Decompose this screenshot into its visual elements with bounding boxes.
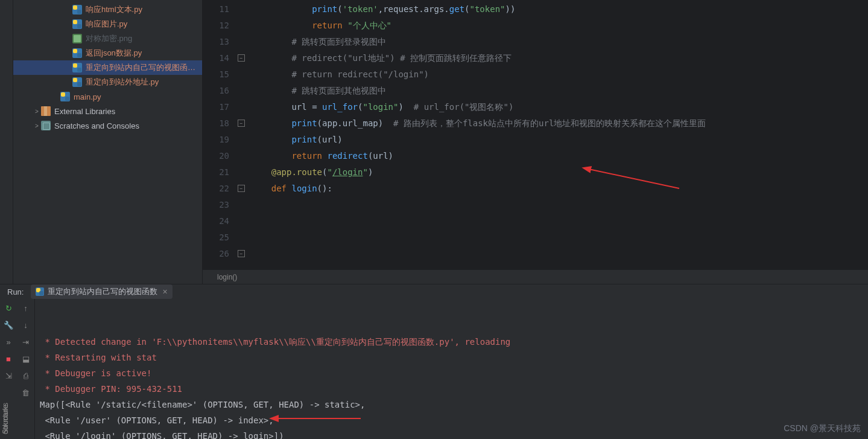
run-body: ↻ 🔧 » ■ ⇲ ↑ ↓ ⇥ ⬓ ⎙ 🗑 * Detected change …: [0, 299, 868, 439]
console-line: * Debugger is active!: [40, 365, 863, 381]
tree-item[interactable]: 对称加密.png: [13, 31, 202, 46]
python-icon: [60, 92, 70, 101]
console-line: * Detected change in 'F:\\pythonitems\\m…: [40, 334, 863, 350]
console-line: <Rule '/login' (OPTIONS, GET, HEAD) -> l…: [40, 428, 863, 439]
project-tree[interactable]: 响应html文本.py响应图片.py对称加密.png返回json数据.py重定向…: [13, 0, 203, 284]
trash-icon[interactable]: 🗑: [21, 387, 31, 398]
tree-label: 重定向到站内自己写的视图函数.py: [86, 62, 202, 73]
tree-label: 响应图片.py: [86, 19, 202, 30]
tree-item[interactable]: >Scratches and Consoles: [13, 118, 202, 133]
python-icon: [72, 19, 82, 29]
chevron-right-icon: >: [33, 123, 41, 129]
stop-icon[interactable]: ■: [3, 353, 14, 364]
code-lines[interactable]: print('token',request.args.get("token"))…: [251, 1, 868, 269]
tree-item[interactable]: 响应html文本.py: [13, 2, 202, 17]
breadcrumb-bar[interactable]: login(): [203, 269, 868, 284]
run-panel: Run: 重定向到站内自己写的视图函数 × ↻ 🔧 » ■ ⇲ ↑ ↓ ⇥ ⬓ …: [0, 284, 868, 439]
fold-column[interactable]: −−−−: [238, 1, 251, 269]
down-icon[interactable]: ↓: [21, 319, 31, 330]
python-icon: [36, 287, 44, 296]
image-icon: [72, 34, 82, 43]
tree-item[interactable]: 响应图片.py: [13, 17, 202, 31]
fold-toggle-icon[interactable]: −: [238, 250, 245, 257]
filter-icon[interactable]: »: [3, 336, 14, 347]
tree-label: main.py: [74, 92, 202, 101]
line-number-gutter: 11121314151617181920212223242526: [203, 1, 238, 269]
editor[interactable]: 11121314151617181920212223242526 −−−− pr…: [203, 0, 868, 284]
fold-toggle-icon[interactable]: −: [238, 120, 245, 127]
python-icon: [72, 63, 82, 72]
wrench-icon[interactable]: 🔧: [3, 319, 14, 330]
fold-toggle-icon[interactable]: −: [238, 185, 245, 192]
library-icon: [41, 106, 51, 116]
watermark: CSDN @景天科技苑: [784, 423, 861, 434]
console-line: * Debugger PIN: 995-432-511: [40, 381, 863, 397]
tree-item[interactable]: main.py: [13, 89, 202, 104]
tree-item[interactable]: 返回json数据.py: [13, 46, 202, 60]
tree-label: 返回json数据.py: [86, 48, 202, 59]
tree-label: External Libraries: [54, 107, 202, 116]
wrap-icon[interactable]: ⇥: [21, 336, 31, 347]
python-icon: [72, 77, 82, 87]
scratch-icon: [41, 121, 51, 130]
tree-label: 对称加密.png: [86, 33, 202, 44]
left-gutter-bar: Structure: [0, 0, 13, 284]
python-icon: [72, 48, 82, 58]
rerun-icon[interactable]: ↻: [3, 303, 14, 313]
close-icon[interactable]: ×: [162, 287, 167, 296]
tree-label: 响应html文本.py: [86, 4, 202, 15]
python-icon: [72, 5, 82, 14]
chevron-right-icon: >: [33, 108, 41, 115]
console-line: Map([<Rule '/static/<filename>' (OPTIONS…: [40, 397, 863, 412]
run-tab[interactable]: 重定向到站内自己写的视图函数 ×: [31, 284, 172, 299]
tree-label: Scratches and Consoles: [54, 121, 202, 130]
tree-item[interactable]: 重定向到站外地址.py: [13, 75, 202, 89]
tree-item[interactable]: 重定向到站内自己写的视图函数.py: [13, 60, 202, 75]
main-area: Structure 响应html文本.py响应图片.py对称加密.png返回js…: [0, 0, 868, 284]
console-line: * Restarting with stat: [40, 350, 863, 365]
tree-item[interactable]: >External Libraries: [13, 104, 202, 118]
print-icon[interactable]: ⎙: [21, 370, 31, 381]
run-label: Run:: [2, 287, 28, 296]
tree-label: 重定向到站外地址.py: [86, 77, 202, 88]
scroll-icon[interactable]: ⬓: [21, 353, 31, 364]
run-tab-title: 重定向到站内自己写的视图函数: [48, 286, 157, 297]
exit-icon[interactable]: ⇲: [3, 370, 14, 381]
code-viewport[interactable]: 11121314151617181920212223242526 −−−− pr…: [203, 0, 868, 269]
run-header: Run: 重定向到站内自己写的视图函数 ×: [0, 284, 868, 299]
fold-toggle-icon[interactable]: −: [238, 54, 245, 62]
up-icon[interactable]: ↑: [21, 303, 31, 313]
bookmarks-tab[interactable]: ookmarks: [0, 400, 11, 437]
console-line: <Rule '/user' (OPTIONS, GET, HEAD) -> in…: [40, 412, 863, 428]
breadcrumb-item[interactable]: login(): [217, 273, 237, 281]
console-output[interactable]: * Detected change in 'F:\\pythonitems\\m…: [35, 299, 868, 439]
run-toolbar-secondary: ↑ ↓ ⇥ ⬓ ⎙ 🗑: [17, 299, 35, 439]
